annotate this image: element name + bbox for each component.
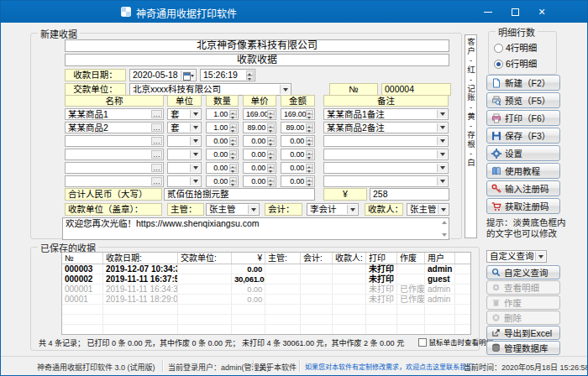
lookup-ellipsis-icon[interactable]: … (151, 177, 162, 185)
spin-down-icon[interactable] (267, 128, 275, 132)
qty-spinner[interactable] (229, 137, 237, 145)
item-unit-combo[interactable] (167, 175, 202, 187)
item-qty-input[interactable]: 0.00 (206, 135, 239, 147)
header-amount[interactable]: ¥ (231, 253, 265, 264)
chevron-down-icon[interactable] (437, 110, 447, 118)
time-picker[interactable]: 15:26:19 (200, 69, 255, 81)
header-payer[interactable]: 交款单位: (177, 253, 231, 264)
spin-down-icon[interactable] (229, 154, 237, 159)
amount-spinner[interactable] (306, 137, 313, 145)
save-button[interactable]: 保存（F3） (486, 128, 560, 144)
spin-down-icon[interactable] (306, 114, 313, 118)
lookup-ellipsis-icon[interactable]: … (151, 110, 162, 118)
header-payee[interactable]: 收款人: (332, 253, 365, 264)
item-name-input[interactable]: … (65, 162, 164, 174)
header-user[interactable]: 用户 (424, 253, 454, 264)
amount-spinner[interactable] (306, 150, 313, 159)
item-name-input[interactable]: … (65, 175, 164, 187)
void-button[interactable]: 作废 (486, 295, 560, 310)
item-amount-input[interactable]: 0.00 (281, 175, 315, 187)
chevron-down-icon[interactable] (190, 137, 200, 145)
chevron-down-icon[interactable] (280, 85, 290, 94)
spin-down-icon[interactable] (306, 168, 313, 172)
lookup-ellipsis-icon[interactable]: … (151, 150, 162, 159)
chevron-down-icon[interactable] (437, 123, 447, 132)
amount-spinner[interactable] (306, 123, 313, 132)
total-label[interactable]: 合计人民币（大写） (65, 188, 162, 201)
item-amount-input[interactable]: 0.00 (281, 162, 315, 174)
item-unit-combo[interactable]: 套 (167, 122, 202, 133)
saved-row[interactable]: 00001 2019-11-11 18:29:09 0.00 未打印 已作废 a… (62, 295, 470, 305)
qty-spinner[interactable] (229, 110, 237, 118)
item-qty-input[interactable]: 0.00 (206, 175, 239, 187)
item-name-input[interactable]: 某某商品1 … (65, 108, 164, 120)
item-amount-input[interactable]: 0.00 (281, 149, 315, 160)
amount-spinner[interactable] (306, 164, 313, 172)
lookup-ellipsis-icon[interactable]: … (151, 123, 162, 132)
scroll-up-icon[interactable] (442, 221, 447, 224)
custom-query-button[interactable]: 自定义查询 (486, 265, 560, 279)
chevron-down-icon[interactable] (437, 150, 447, 159)
item-remark-combo[interactable] (323, 135, 449, 147)
currency-symbol-label[interactable]: ¥ (323, 188, 367, 201)
item-unit-combo[interactable] (167, 149, 202, 160)
header-print[interactable]: 打印 (365, 253, 396, 264)
enter-regcode-button[interactable]: 输入注册码 (486, 180, 560, 196)
item-price-input[interactable]: 169.00 (243, 108, 276, 120)
price-spinner[interactable] (267, 110, 275, 118)
date-picker[interactable]: 2020-05-18 (129, 69, 197, 81)
item-price-input[interactable]: 0.00 (243, 149, 276, 160)
tutorial-button[interactable]: 使用教程 (486, 163, 560, 179)
lookup-ellipsis-icon[interactable]: … (151, 137, 162, 145)
supervisor-label[interactable]: 主管： (167, 203, 204, 216)
spin-down-icon[interactable] (306, 154, 313, 159)
accountant-label[interactable]: 会计： (265, 203, 302, 216)
price-spinner[interactable] (267, 137, 275, 145)
maximize-button[interactable] (502, 1, 528, 23)
spin-down-icon[interactable] (246, 76, 254, 81)
price-spinner[interactable] (267, 150, 275, 159)
spin-down-icon[interactable] (229, 141, 237, 145)
delete-button[interactable]: 删除 (486, 311, 560, 325)
header-supervisor[interactable]: 主管: (265, 253, 300, 264)
radio-6-rows[interactable]: 6行明细 (494, 57, 537, 70)
item-amount-input[interactable]: 0.00 (281, 135, 315, 147)
item-qty-input[interactable]: 1.00 (206, 108, 239, 120)
chevron-down-icon[interactable] (190, 150, 200, 159)
manage-db-button[interactable]: 管理数据库 (486, 341, 560, 355)
spin-down-icon[interactable] (306, 181, 313, 185)
spin-down-icon[interactable] (267, 141, 275, 145)
item-unit-combo[interactable]: 套 (167, 108, 202, 120)
time-spinner[interactable] (246, 70, 254, 80)
saved-row[interactable]: 000003 2019-12-07 10:34:32 0.00 未打印 admi… (62, 264, 470, 274)
item-qty-input[interactable]: 0.00 (206, 149, 239, 160)
amount-spinner[interactable] (306, 110, 313, 118)
stamp-label[interactable]: 收款单位（盖章）： (65, 203, 162, 216)
payee-combo[interactable]: 张主管 (407, 203, 449, 216)
minimize-button[interactable] (475, 1, 501, 23)
amount-spinner[interactable] (306, 177, 313, 185)
chevron-down-icon[interactable] (437, 177, 447, 185)
spin-down-icon[interactable] (267, 181, 275, 185)
saved-row[interactable]: 000002 2019-11-11 16:37:52 30,061.00 未打印… (62, 274, 470, 285)
item-name-input[interactable]: … (65, 135, 164, 147)
preview-button[interactable]: 预览（F5） (486, 92, 560, 108)
item-qty-input[interactable]: 1.00 (206, 122, 239, 133)
spin-down-icon[interactable] (306, 141, 313, 145)
chevron-down-icon[interactable] (437, 164, 447, 172)
chevron-down-icon[interactable] (190, 110, 200, 118)
view-detail-button[interactable]: 查看明细 (486, 280, 560, 295)
date-label[interactable]: 收款日期： (65, 69, 126, 81)
spin-down-icon[interactable] (229, 168, 237, 172)
spin-down-icon[interactable] (229, 181, 237, 185)
radio-selected-icon[interactable] (494, 60, 503, 69)
chevron-down-icon[interactable] (437, 137, 447, 145)
qty-spinner[interactable] (229, 164, 237, 172)
item-unit-combo[interactable] (167, 162, 202, 174)
qty-spinner[interactable] (229, 177, 237, 185)
receipt-no-value[interactable]: 000004 (381, 83, 451, 96)
spin-down-icon[interactable] (229, 114, 237, 118)
item-name-input[interactable]: … (65, 149, 164, 160)
chevron-down-icon[interactable] (347, 205, 357, 214)
calendar-icon[interactable] (181, 70, 195, 80)
